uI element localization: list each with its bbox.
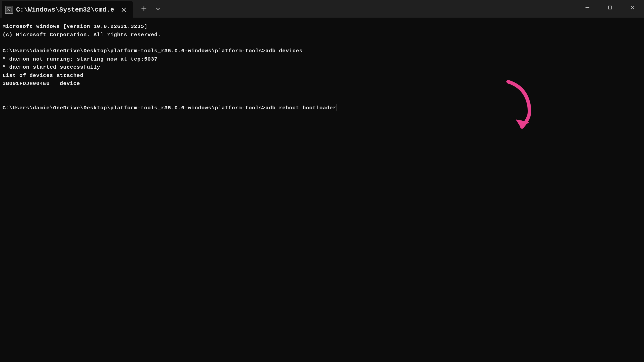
blank-line [3,88,641,96]
close-tab-button[interactable] [120,6,128,14]
svg-rect-0 [7,8,11,12]
window-controls [576,0,644,15]
blank-line [3,39,641,47]
svg-rect-7 [609,6,612,9]
os-version-line: Microsoft Windows [Version 10.0.22631.32… [3,23,641,31]
terminal-output[interactable]: Microsoft Windows [Version 10.0.22631.32… [0,18,644,117]
command-text: adb devices [265,47,302,55]
minimize-button[interactable] [576,0,599,15]
maximize-button[interactable] [599,0,621,15]
cmd-icon [5,6,13,14]
new-tab-button[interactable] [138,3,150,15]
output-line: 3B091FDJH004EU device [3,80,641,88]
command-line-1: C:\Users\damie\OneDrive\Desktop\platform… [3,47,641,55]
tab-actions [138,3,164,15]
blank-line [3,96,641,104]
prompt-path: C:\Users\damie\OneDrive\Desktop\platform… [3,47,265,55]
command-text: adb reboot bootloader [265,104,336,112]
text-cursor [337,104,337,111]
output-line: * daemon not running; starting now at tc… [3,55,641,64]
command-line-2: C:\Users\damie\OneDrive\Desktop\platform… [3,104,641,112]
copyright-line: (c) Microsoft Corporation. All rights re… [3,31,641,39]
prompt-path: C:\Users\damie\OneDrive\Desktop\platform… [3,104,265,112]
output-line: List of devices attached [3,72,641,80]
title-bar: C:\Windows\System32\cmd.e [0,0,644,18]
active-tab[interactable]: C:\Windows\System32\cmd.e [2,1,133,19]
tab-dropdown-button[interactable] [152,3,164,15]
close-window-button[interactable] [621,0,644,15]
tab-title: C:\Windows\System32\cmd.e [16,6,117,14]
output-line: * daemon started successfully [3,63,641,72]
